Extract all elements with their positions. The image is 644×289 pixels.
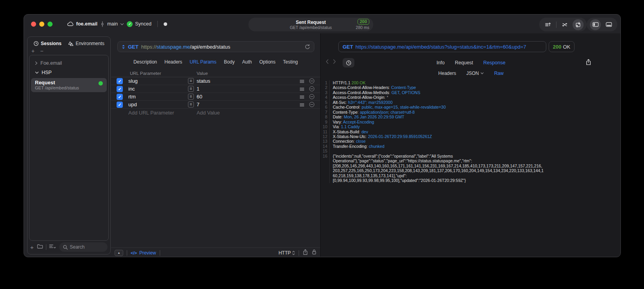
tab-request[interactable]: Request (455, 60, 473, 65)
remove-param-button[interactable] (309, 102, 314, 107)
tab-sessions[interactable]: Sessions (33, 41, 62, 46)
line-number (321, 164, 330, 168)
tab-environments[interactable]: Environments (68, 41, 104, 47)
param-value[interactable]: 7 (197, 102, 199, 107)
subtab-json[interactable]: JSON (466, 71, 484, 76)
format-selector[interactable]: HTTP (279, 250, 295, 256)
param-name[interactable]: inc (128, 86, 135, 92)
param-options-button[interactable] (299, 78, 305, 85)
line-text: Vary: Accept-Encoding (333, 120, 374, 124)
line-number: 8 (321, 115, 330, 119)
param-row-slug: ✓ slug = status (111, 77, 320, 85)
param-checkbox[interactable]: ✓ (117, 102, 123, 108)
lock-button[interactable] (312, 249, 317, 256)
response-body[interactable]: 1HTTP/1.1 200 OK2Access-Control-Allow-He… (321, 80, 621, 257)
line-number: 12 (321, 134, 330, 139)
response-line: 13Connection: close (321, 139, 621, 144)
request-list-item-selected[interactable]: Request GET /api/embed/status (31, 78, 107, 92)
import-export-button[interactable] (573, 19, 584, 30)
close-window-button[interactable] (31, 22, 36, 27)
column-value: Value (197, 71, 208, 76)
add-param-name-placeholder[interactable]: Add URL Parameter (128, 110, 174, 116)
response-line: 6Cache-Control: public, max-age=15, stal… (321, 105, 621, 109)
sidebar: Sessions Environments + − Foe.email HSP … (27, 36, 111, 254)
params-table-header: URL Parameter Value (111, 70, 320, 77)
list-options-button[interactable] (49, 244, 56, 251)
zoom-window-button[interactable] (47, 22, 53, 27)
param-options-button[interactable] (299, 102, 305, 109)
sort-requests-button[interactable] (542, 19, 553, 30)
tree-item-foe-email[interactable]: Foe.email (29, 58, 108, 68)
url-host: statuspage.me (157, 44, 190, 50)
subtab-headers[interactable]: Headers (438, 71, 456, 76)
send-request-button[interactable] (305, 44, 310, 51)
export-response-button[interactable] (586, 59, 591, 67)
tab-url-params[interactable]: URL Params (190, 59, 216, 65)
param-name[interactable]: upd (128, 102, 137, 107)
param-options-button[interactable] (299, 86, 305, 93)
tab-auth[interactable]: Auth (242, 59, 252, 65)
remove-param-button[interactable] (309, 94, 314, 99)
response-line: 9Vary: Accept-Encoding (321, 120, 621, 124)
branch-selector[interactable]: main (100, 21, 124, 27)
sync-status[interactable]: ✓ Synced (127, 21, 151, 27)
response-line: 15 (321, 149, 621, 153)
request-method[interactable]: GET (128, 44, 139, 50)
cloud-icon (67, 21, 74, 27)
line-text: {"incidents":null,"overall":{"code":"ope… (333, 154, 453, 158)
request-url-bar[interactable]: GET https://statuspage.me/api/embed/stat… (117, 41, 314, 52)
line-text: Cache-Control: public, max-age=15, stale… (333, 105, 446, 109)
param-value[interactable]: 1 (197, 86, 199, 92)
param-name[interactable]: rtm (128, 94, 136, 100)
tab-info[interactable]: Info (436, 60, 445, 65)
toggle-left-sidebar-button[interactable] (590, 19, 601, 30)
line-number: 11 (321, 129, 330, 134)
tab-environments-label: Environments (76, 41, 104, 46)
tab-options[interactable]: Options (259, 59, 275, 65)
format-label: HTTP (279, 250, 291, 256)
remove-param-button[interactable] (309, 78, 314, 84)
add-param-row[interactable]: Add URL Parameter Add Value (111, 109, 320, 117)
minimize-window-button[interactable] (39, 22, 44, 27)
response-line: 3Access-Control-Allow-Methods: GET, OPTI… (321, 90, 621, 95)
line-number (321, 158, 330, 163)
param-checkbox[interactable]: ✓ (117, 86, 123, 92)
new-request-button[interactable]: + (30, 244, 34, 251)
new-folder-button[interactable] (37, 244, 43, 251)
tab-response[interactable]: Response (483, 60, 505, 65)
search-input[interactable]: Search (59, 242, 108, 252)
param-value[interactable]: status (197, 78, 210, 84)
tab-headers[interactable]: Headers (164, 59, 182, 65)
collapse-panel-button[interactable]: ▲ (115, 250, 123, 256)
param-value[interactable]: 60 (197, 94, 202, 100)
toggle-bottom-panel-button[interactable] (603, 19, 614, 30)
param-checkbox[interactable]: ✓ (117, 94, 123, 100)
tab-description[interactable]: Description (133, 59, 157, 65)
tab-body[interactable]: Body (224, 59, 235, 65)
preview-label: Preview (139, 250, 156, 256)
sent-request-summary[interactable]: Sent Request GET /api/embed/status 200 2… (248, 18, 373, 31)
add-param-value-placeholder[interactable]: Add Value (197, 110, 220, 116)
share-code-button[interactable] (303, 249, 308, 257)
add-request-button[interactable]: + (31, 48, 35, 54)
remove-param-button[interactable] (309, 86, 314, 91)
column-url-parameter: URL Parameter (130, 71, 161, 76)
sync-branches-button[interactable] (559, 19, 570, 30)
tree-item-hsp[interactable]: HSP (29, 68, 108, 77)
response-request-line[interactable]: GET https://statuspage.me/api/embed/stat… (338, 41, 546, 52)
tab-testing[interactable]: Testing (283, 59, 298, 65)
request-url[interactable]: https://statuspage.me/api/embed/status (141, 44, 230, 50)
tab-sessions-label: Sessions (41, 41, 62, 46)
subtab-raw[interactable]: Raw (494, 71, 504, 76)
project-menu[interactable]: foe.email (67, 21, 97, 27)
line-text: Operational"},"page":"status","page_url"… (333, 158, 472, 163)
param-options-button[interactable] (299, 94, 305, 101)
param-name[interactable]: slug (128, 78, 138, 84)
preview-button[interactable]: </> Preview (131, 250, 156, 256)
remove-request-button[interactable]: − (40, 48, 43, 54)
search-placeholder: Search (70, 244, 85, 250)
footer-divider (160, 250, 160, 256)
request-item-title: Request (35, 80, 103, 85)
sent-request-subtitle: GET /api/embed/status (290, 25, 332, 30)
param-checkbox[interactable]: ✓ (117, 78, 123, 84)
